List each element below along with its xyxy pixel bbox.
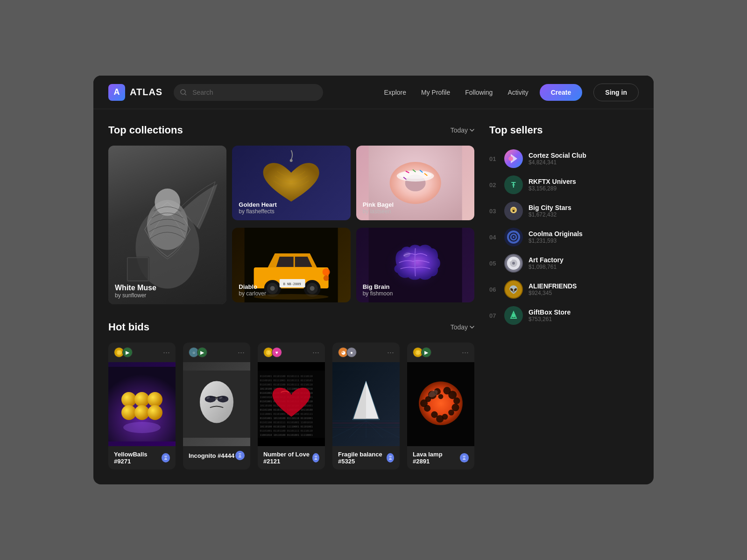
seller-info-1: Cortez Social Club $4,824,341	[529, 152, 639, 166]
bid-menu-yellowballs[interactable]: ···	[163, 348, 170, 357]
seller-item-6[interactable]: 06 👽 ALIENFRIENDS $924,345	[489, 276, 639, 302]
signin-button[interactable]: Sing in	[593, 84, 639, 101]
nav-links: Explore My Profile Following Activity	[384, 89, 529, 96]
svg-point-26	[324, 275, 329, 281]
search-input[interactable]	[174, 84, 323, 101]
big-brain-title: Big Brain	[363, 283, 393, 290]
collection-card-white-muse[interactable]: White Muse by sunflower	[108, 146, 226, 304]
numberoflove-art: 01101001 01101100 01101111 01110110 0110…	[258, 362, 325, 446]
svg-point-24	[310, 286, 315, 291]
bid-info-fragile: Fragile balance #5325 Ξ	[332, 446, 400, 469]
svg-point-34	[123, 422, 161, 433]
bid-card-numberoflove[interactable]: 🪙 ♥ ··· 01101001 01101100 01101111 01110…	[258, 343, 325, 469]
seller-item-4[interactable]: 04 Coolma Originals $1,231,593	[489, 224, 639, 250]
numberoflove-svg: 01101001 01101100 01101111 01110110 0110…	[258, 367, 325, 441]
svg-point-97	[508, 156, 513, 161]
app-window: A ATLAS Explore My Profile Following Act…	[93, 76, 654, 484]
white-muse-label: White Muse by sunflower	[115, 284, 156, 299]
incognito-art	[183, 362, 250, 446]
white-muse-title: White Muse	[115, 284, 156, 292]
eth-icon-incognito: Ξ	[235, 451, 245, 460]
big-brain-author: by fishmoon	[363, 290, 393, 297]
bid-title-fragile: Fragile balance #5325	[338, 451, 387, 465]
seller-name-6: ALIENFRIENDS	[529, 282, 639, 290]
seller-item-2[interactable]: 02 Ŧ RKFTX Univers $3,156,289	[489, 172, 639, 198]
svg-point-93	[442, 414, 448, 420]
bid-menu-numberoflove[interactable]: ···	[312, 348, 319, 357]
header: A ATLAS Explore My Profile Following Act…	[93, 76, 654, 109]
seller-amount-5: $1,098,761	[529, 264, 639, 270]
svg-point-6	[290, 159, 293, 162]
seller-name-4: Coolma Originals	[529, 230, 639, 238]
svg-rect-4	[127, 257, 149, 282]
seller-rank-3: 03	[489, 208, 499, 215]
seller-info-4: Coolma Originals $1,231,593	[529, 230, 639, 244]
seller-rank-2: 02	[489, 182, 499, 189]
seller-item-1[interactable]: 01 Cortez Social Club $4,824,341	[489, 146, 639, 172]
bid-card-header-lavalamp: 🪙 ▶ ···	[407, 343, 474, 362]
bid-avatar-6: ♥	[272, 347, 282, 357]
seller-name-7: GiftBox Store	[529, 308, 639, 316]
seller-amount-2: $3,156,289	[529, 185, 639, 192]
seller-amount-4: $1,231,593	[529, 238, 639, 244]
nav-activity[interactable]: Activity	[507, 89, 528, 96]
seller-rank-6: 06	[489, 286, 499, 293]
collection-card-big-brain[interactable]: Big Brain by fishmoon	[356, 228, 474, 302]
bid-card-fragile[interactable]: ◕ ● ···	[332, 343, 400, 469]
svg-point-43	[205, 396, 216, 402]
seller-avatar-5	[504, 254, 523, 273]
collection-card-pink-bagel[interactable]: Pink Bagel by lastseen	[356, 146, 474, 220]
nav-following[interactable]: Following	[465, 89, 493, 96]
logo-icon: A	[108, 84, 125, 101]
seller-amount-3: $1,672,432	[529, 211, 639, 218]
eth-icon-numberoflove: Ξ	[312, 453, 319, 462]
collections-title: Top collections	[108, 124, 183, 136]
bid-info-incognito: Incognito #4444 Ξ	[183, 446, 250, 465]
svg-point-36	[134, 392, 149, 407]
svg-point-38	[121, 405, 136, 420]
seller-avatar-4	[504, 228, 523, 246]
logo-letter: A	[114, 87, 120, 97]
bid-card-incognito[interactable]: ○ ▶ ···	[183, 343, 250, 469]
seller-avatar-6: 👽	[504, 280, 523, 299]
seller-rank-4: 04	[489, 234, 499, 241]
svg-text:01101001 01101100 01101111 011: 01101001 01101100 01101111 01110110	[260, 375, 313, 378]
seller-item-3[interactable]: 03 Big City Stars $1,672,432	[489, 198, 639, 224]
svg-point-35	[121, 392, 136, 407]
svg-point-37	[148, 392, 162, 407]
collections-header: Top collections Today	[108, 124, 474, 136]
seller-item-5[interactable]: 05 Art Factory $1,098,761	[489, 250, 639, 276]
bids-grid: 🪙 ▶ ···	[108, 343, 474, 469]
seller-item-7[interactable]: 07 GiftBox Store $753,261	[489, 302, 639, 329]
hot-bids-filter[interactable]: Today	[451, 323, 474, 331]
collections-grid: White Muse by sunflower	[108, 146, 474, 304]
svg-point-103	[513, 210, 514, 212]
search-wrap	[174, 84, 323, 101]
hot-bids-title: Hot bids	[108, 321, 149, 333]
bid-card-header-fragile: ◕ ● ···	[332, 343, 400, 362]
white-muse-svg	[108, 155, 226, 295]
svg-point-21	[270, 286, 275, 291]
svg-point-44	[218, 396, 228, 402]
nav-my-profile[interactable]: My Profile	[421, 89, 450, 96]
diablo-title: Diablo	[239, 283, 266, 290]
svg-text:B NB-2009: B NB-2009	[283, 282, 301, 286]
bid-menu-fragile[interactable]: ···	[387, 348, 394, 357]
nav-explore[interactable]: Explore	[384, 89, 406, 96]
svg-text:11001010 10110100 01101001 111: 11001010 10110100 01101001 11110001	[260, 434, 313, 436]
bid-card-yellowballs[interactable]: 🪙 ▶ ···	[108, 343, 176, 469]
collection-card-diablo[interactable]: B NB-2009 Diablo by carlover	[232, 228, 350, 302]
golden-heart-author: by flasheffects	[239, 208, 277, 215]
bid-info-numberoflove: Number of Love #2121 Ξ	[258, 446, 325, 469]
seller-rank-1: 01	[489, 155, 499, 162]
seller-amount-6: $924,345	[529, 290, 639, 296]
bid-card-lavalamp[interactable]: 🪙 ▶ ···	[407, 343, 474, 469]
bid-menu-lavalamp[interactable]: ···	[462, 348, 469, 357]
collection-card-golden-heart[interactable]: Golden Heart by flasheffects	[232, 146, 350, 220]
bid-menu-incognito[interactable]: ···	[238, 348, 245, 357]
collections-filter[interactable]: Today	[451, 126, 474, 134]
create-button[interactable]: Create	[540, 84, 583, 101]
seller-info-5: Art Factory $1,098,761	[529, 256, 639, 270]
svg-point-90	[448, 410, 454, 416]
right-panel: Top sellers 01 Cortez Social Club $4,824…	[489, 124, 639, 469]
